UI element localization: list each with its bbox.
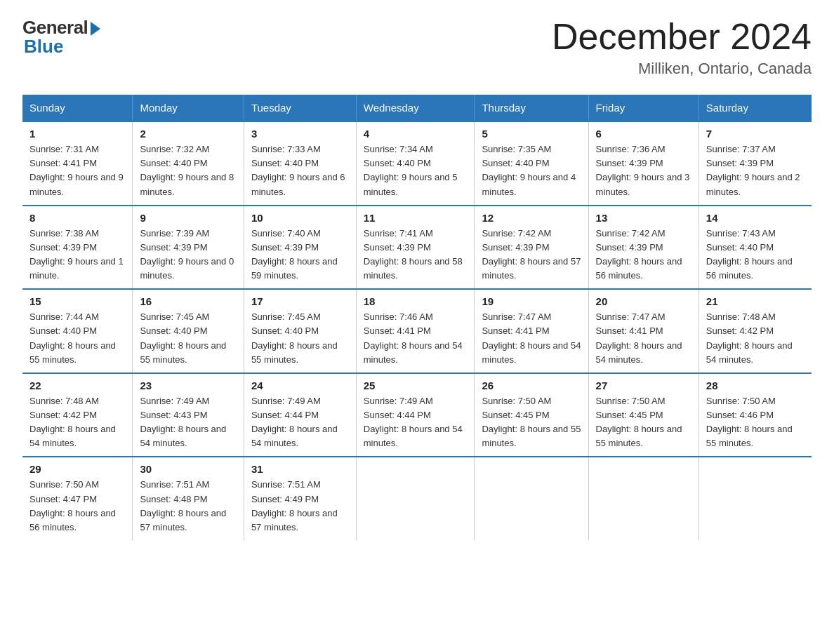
- day-info: Sunrise: 7:44 AMSunset: 4:40 PMDaylight:…: [29, 310, 125, 367]
- day-number: 22: [29, 380, 125, 391]
- calendar-cell: 9 Sunrise: 7:39 AMSunset: 4:39 PMDayligh…: [133, 206, 244, 290]
- title-block: December 2024 Milliken, Ontario, Canada: [552, 17, 812, 78]
- calendar-cell: 14 Sunrise: 7:43 AMSunset: 4:40 PMDaylig…: [699, 206, 812, 290]
- day-number: 9: [140, 212, 236, 224]
- calendar-cell: [475, 457, 588, 540]
- calendar-week-4: 22 Sunrise: 7:48 AMSunset: 4:42 PMDaylig…: [22, 373, 812, 457]
- calendar-cell: 31 Sunrise: 7:51 AMSunset: 4:49 PMDaylig…: [244, 457, 356, 540]
- day-number: 12: [482, 212, 581, 224]
- day-info: Sunrise: 7:39 AMSunset: 4:39 PMDaylight:…: [140, 227, 236, 283]
- column-header-saturday: Saturday: [699, 95, 812, 121]
- calendar-cell: 17 Sunrise: 7:45 AMSunset: 4:40 PMDaylig…: [244, 289, 356, 373]
- day-number: 24: [251, 380, 349, 391]
- calendar-cell: 13 Sunrise: 7:42 AMSunset: 4:39 PMDaylig…: [588, 206, 699, 290]
- column-header-sunday: Sunday: [22, 95, 133, 121]
- day-number: 13: [596, 212, 691, 224]
- column-header-wednesday: Wednesday: [356, 95, 475, 121]
- calendar-cell: 27 Sunrise: 7:50 AMSunset: 4:45 PMDaylig…: [588, 373, 699, 457]
- day-number: 23: [140, 380, 236, 391]
- day-info: Sunrise: 7:45 AMSunset: 4:40 PMDaylight:…: [140, 310, 236, 367]
- day-number: 3: [251, 128, 349, 140]
- day-info: Sunrise: 7:51 AMSunset: 4:49 PMDaylight:…: [251, 478, 349, 535]
- day-number: 26: [482, 380, 581, 391]
- day-number: 28: [706, 380, 805, 391]
- day-number: 8: [29, 212, 125, 224]
- day-number: 15: [29, 295, 125, 307]
- day-info: Sunrise: 7:34 AMSunset: 4:40 PMDaylight:…: [364, 142, 468, 199]
- day-info: Sunrise: 7:49 AMSunset: 4:43 PMDaylight:…: [140, 394, 236, 451]
- calendar-cell: 7 Sunrise: 7:37 AMSunset: 4:39 PMDayligh…: [699, 121, 812, 206]
- day-number: 25: [364, 380, 468, 391]
- calendar-cell: 8 Sunrise: 7:38 AMSunset: 4:39 PMDayligh…: [22, 206, 133, 290]
- day-info: Sunrise: 7:33 AMSunset: 4:40 PMDaylight:…: [251, 142, 349, 199]
- location-subtitle: Milliken, Ontario, Canada: [552, 60, 812, 78]
- logo-arrow-icon: [91, 22, 100, 36]
- day-number: 19: [482, 295, 581, 307]
- calendar-cell: 4 Sunrise: 7:34 AMSunset: 4:40 PMDayligh…: [356, 121, 475, 206]
- column-header-tuesday: Tuesday: [244, 95, 356, 121]
- calendar-cell: 20 Sunrise: 7:47 AMSunset: 4:41 PMDaylig…: [588, 289, 699, 373]
- calendar-week-3: 15 Sunrise: 7:44 AMSunset: 4:40 PMDaylig…: [22, 289, 812, 373]
- day-info: Sunrise: 7:42 AMSunset: 4:39 PMDaylight:…: [482, 227, 581, 283]
- day-number: 18: [364, 295, 468, 307]
- calendar-cell: 1 Sunrise: 7:31 AMSunset: 4:41 PMDayligh…: [22, 121, 133, 206]
- calendar-cell: 21 Sunrise: 7:48 AMSunset: 4:42 PMDaylig…: [699, 289, 812, 373]
- day-number: 11: [364, 212, 468, 224]
- day-number: 29: [29, 463, 125, 475]
- day-info: Sunrise: 7:36 AMSunset: 4:39 PMDaylight:…: [596, 142, 691, 199]
- day-info: Sunrise: 7:31 AMSunset: 4:41 PMDaylight:…: [29, 142, 125, 199]
- day-info: Sunrise: 7:49 AMSunset: 4:44 PMDaylight:…: [251, 394, 349, 451]
- calendar-cell: 5 Sunrise: 7:35 AMSunset: 4:40 PMDayligh…: [475, 121, 588, 206]
- day-number: 16: [140, 295, 236, 307]
- day-info: Sunrise: 7:50 AMSunset: 4:45 PMDaylight:…: [482, 394, 581, 451]
- day-number: 1: [29, 128, 125, 140]
- day-number: 5: [482, 128, 581, 140]
- day-info: Sunrise: 7:51 AMSunset: 4:48 PMDaylight:…: [140, 478, 236, 535]
- day-number: 14: [706, 212, 805, 224]
- calendar-cell: 19 Sunrise: 7:47 AMSunset: 4:41 PMDaylig…: [475, 289, 588, 373]
- calendar-table: SundayMondayTuesdayWednesdayThursdayFrid…: [22, 95, 812, 540]
- day-number: 31: [251, 463, 349, 475]
- day-number: 17: [251, 295, 349, 307]
- day-number: 27: [596, 380, 691, 391]
- day-info: Sunrise: 7:46 AMSunset: 4:41 PMDaylight:…: [364, 310, 468, 367]
- day-number: 6: [596, 128, 691, 140]
- day-info: Sunrise: 7:35 AMSunset: 4:40 PMDaylight:…: [482, 142, 581, 199]
- calendar-cell: 28 Sunrise: 7:50 AMSunset: 4:46 PMDaylig…: [699, 373, 812, 457]
- column-header-monday: Monday: [133, 95, 244, 121]
- calendar-week-1: 1 Sunrise: 7:31 AMSunset: 4:41 PMDayligh…: [22, 121, 812, 206]
- day-info: Sunrise: 7:50 AMSunset: 4:45 PMDaylight:…: [596, 394, 691, 451]
- day-number: 21: [706, 295, 805, 307]
- day-info: Sunrise: 7:50 AMSunset: 4:47 PMDaylight:…: [29, 478, 125, 535]
- logo: General Blue: [22, 17, 100, 58]
- page-header: General Blue December 2024 Milliken, Ont…: [22, 17, 812, 78]
- calendar-cell: [356, 457, 475, 540]
- day-info: Sunrise: 7:50 AMSunset: 4:46 PMDaylight:…: [706, 394, 805, 451]
- calendar-cell: 16 Sunrise: 7:45 AMSunset: 4:40 PMDaylig…: [133, 289, 244, 373]
- calendar-cell: 30 Sunrise: 7:51 AMSunset: 4:48 PMDaylig…: [133, 457, 244, 540]
- calendar-cell: 26 Sunrise: 7:50 AMSunset: 4:45 PMDaylig…: [475, 373, 588, 457]
- calendar-cell: 12 Sunrise: 7:42 AMSunset: 4:39 PMDaylig…: [475, 206, 588, 290]
- day-number: 4: [364, 128, 468, 140]
- day-number: 30: [140, 463, 236, 475]
- day-info: Sunrise: 7:38 AMSunset: 4:39 PMDaylight:…: [29, 227, 125, 283]
- day-number: 20: [596, 295, 691, 307]
- logo-blue-text: Blue: [22, 36, 63, 58]
- calendar-cell: 22 Sunrise: 7:48 AMSunset: 4:42 PMDaylig…: [22, 373, 133, 457]
- calendar-week-5: 29 Sunrise: 7:50 AMSunset: 4:47 PMDaylig…: [22, 457, 812, 540]
- column-header-thursday: Thursday: [475, 95, 588, 121]
- calendar-cell: 23 Sunrise: 7:49 AMSunset: 4:43 PMDaylig…: [133, 373, 244, 457]
- calendar-cell: 6 Sunrise: 7:36 AMSunset: 4:39 PMDayligh…: [588, 121, 699, 206]
- calendar-cell: [699, 457, 812, 540]
- calendar-cell: 11 Sunrise: 7:41 AMSunset: 4:39 PMDaylig…: [356, 206, 475, 290]
- day-info: Sunrise: 7:48 AMSunset: 4:42 PMDaylight:…: [29, 394, 125, 451]
- day-info: Sunrise: 7:41 AMSunset: 4:39 PMDaylight:…: [364, 227, 468, 283]
- calendar-cell: 2 Sunrise: 7:32 AMSunset: 4:40 PMDayligh…: [133, 121, 244, 206]
- day-info: Sunrise: 7:42 AMSunset: 4:39 PMDaylight:…: [596, 227, 691, 283]
- day-info: Sunrise: 7:48 AMSunset: 4:42 PMDaylight:…: [706, 310, 805, 367]
- day-number: 7: [706, 128, 805, 140]
- day-info: Sunrise: 7:49 AMSunset: 4:44 PMDaylight:…: [364, 394, 468, 451]
- column-header-friday: Friday: [588, 95, 699, 121]
- day-info: Sunrise: 7:45 AMSunset: 4:40 PMDaylight:…: [251, 310, 349, 367]
- day-number: 10: [251, 212, 349, 224]
